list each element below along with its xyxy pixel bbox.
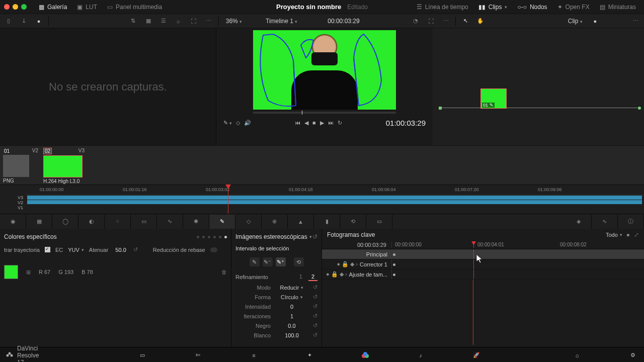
highlight-icon[interactable]: ◈ <box>566 215 592 229</box>
viewer-image[interactable] <box>253 30 396 110</box>
shape-dropdown[interactable]: Círculo ▾ <box>281 294 303 300</box>
timeline-timecode[interactable]: 00:00:03:29 <box>328 18 359 25</box>
node-01[interactable]: 01 ✎ <box>480 88 507 109</box>
intensity-value[interactable]: 0 <box>279 304 304 310</box>
clip-segment[interactable] <box>27 196 642 200</box>
maximize-icon[interactable] <box>21 4 27 10</box>
clip-mode-dropdown[interactable]: Clip ▾ <box>565 18 586 25</box>
prev-frame-button[interactable]: ◀ <box>304 120 308 126</box>
zoom-dropdown[interactable]: 36% ▾ <box>223 18 245 25</box>
overlay-icon[interactable]: ◇ <box>236 120 240 126</box>
stop-button[interactable]: ■ <box>312 120 316 126</box>
clips-tab[interactable]: ▮▮ Clips ▾ <box>474 2 512 13</box>
sizing-icon[interactable]: ▭ <box>366 215 392 229</box>
iterations-value[interactable]: 1 <box>279 313 304 319</box>
dot-icon[interactable]: ● <box>626 231 630 238</box>
kf-current-tc[interactable]: 00:00:03:29 <box>322 242 391 248</box>
dot-icon[interactable]: ● <box>590 16 601 27</box>
viewer-timecode[interactable]: 01:00:03:29 <box>386 119 426 127</box>
clip-item[interactable]: 02 V3 H.264 High L3.0 <box>43 148 85 184</box>
layout-icon[interactable]: ▯ <box>3 16 14 27</box>
colorspace-dropdown[interactable]: YUV ▾ <box>68 247 84 253</box>
loop-button[interactable]: ↻ <box>338 120 342 126</box>
hand-icon[interactable]: ✋ <box>475 16 486 27</box>
lut-tab[interactable]: ▣ LUT <box>73 2 101 13</box>
motion-icon[interactable]: ▭ <box>131 215 157 229</box>
window-icon[interactable]: ◇ <box>235 215 262 229</box>
trash-icon[interactable]: 🗑 <box>221 269 227 275</box>
first-frame-button[interactable]: ⏮ <box>295 120 300 126</box>
picker-icon[interactable]: ✎ ▾ <box>223 120 232 126</box>
media-page-icon[interactable]: ▭ <box>137 352 148 358</box>
last-frame-button[interactable]: ⏭ <box>328 120 334 126</box>
close-icon[interactable] <box>4 4 10 10</box>
scopes-icon[interactable]: ∿ <box>592 215 618 229</box>
qualifier-icon[interactable]: ✎ <box>209 215 235 229</box>
fairlight-page-icon[interactable]: ♪ <box>416 352 426 358</box>
ec-checkbox[interactable] <box>45 247 50 252</box>
timeline-name[interactable]: Timeline 1 ▾ <box>266 18 297 25</box>
sort-icon[interactable]: ⇅ <box>128 16 139 27</box>
node-input[interactable] <box>439 107 442 110</box>
chevron-down-icon[interactable]: ▾ <box>309 234 312 239</box>
reset-icon[interactable]: ↺ <box>313 303 317 310</box>
invert-icon[interactable]: ⟲ <box>294 257 304 266</box>
timeline-ruler[interactable]: 01:00:00:00 01:00:01:16 01:00:03:02 01:0… <box>26 185 644 195</box>
reset-icon[interactable]: ↺ <box>313 284 317 291</box>
more-icon-2[interactable]: ⋯ <box>440 16 451 27</box>
node-output[interactable] <box>638 107 641 110</box>
reset-icon[interactable]: ↺ <box>313 313 317 319</box>
clip-item[interactable]: 01 V2 PNG <box>3 148 38 184</box>
blur-icon[interactable]: ▮ <box>314 215 340 229</box>
white-value[interactable]: 100.0 <box>279 332 304 338</box>
reset-icon[interactable]: ↺ <box>133 246 138 253</box>
mini-timeline[interactable]: 01:00:00:00 01:00:01:16 01:00:03:02 01:0… <box>0 185 644 214</box>
attenuate-value[interactable]: 50.0 <box>113 247 128 253</box>
tracking-icon[interactable]: ⊕ <box>262 215 288 229</box>
audio-icon[interactable]: 🔊 <box>244 120 251 126</box>
minimize-icon[interactable] <box>13 4 18 10</box>
warper-icon[interactable]: ✱ <box>183 215 209 229</box>
wheels-icon[interactable]: ◯ <box>52 215 78 229</box>
grid-icon[interactable]: ▦ <box>143 16 154 27</box>
search-icon[interactable]: ⌕ <box>173 16 184 27</box>
list-icon[interactable]: ☰ <box>158 16 169 27</box>
page-dots[interactable] <box>197 236 227 238</box>
refinement-tabs[interactable]: 1 2 <box>296 273 317 281</box>
timeline-tab[interactable]: ☰ Línea de tiempo <box>413 2 472 13</box>
mode-dropdown[interactable]: Reducir ▾ <box>280 285 304 291</box>
media-tab[interactable]: ▭ Panel multimedia <box>103 2 166 13</box>
reset-icon[interactable]: ↺ <box>313 322 317 329</box>
download-icon[interactable]: ⤓ <box>18 16 29 27</box>
deliver-page-icon[interactable]: 🚀 <box>471 352 481 358</box>
picker-add-icon[interactable]: ✎⁺ <box>276 257 286 266</box>
settings-icon[interactable]: ⚙ <box>627 352 638 358</box>
playhead[interactable] <box>228 185 228 214</box>
more-icon[interactable]: ⋯ <box>203 16 214 27</box>
gallery-tab[interactable]: ▦ Galería <box>35 2 71 13</box>
magic-mask-icon[interactable]: ▲ <box>288 215 314 229</box>
play-button[interactable]: ▶ <box>320 120 324 126</box>
kf-filter-dropdown[interactable]: Todo ▾ <box>606 232 622 238</box>
reset-icon[interactable]: ↺ <box>313 332 317 338</box>
reset-icon[interactable]: ↺ <box>312 233 317 240</box>
cut-page-icon[interactable]: ✄ <box>193 352 204 358</box>
rgb-mixer-icon[interactable]: ⁘ <box>105 215 131 229</box>
thumbnails-tab[interactable]: ▤ Miniaturas <box>596 2 640 13</box>
expand-icon[interactable]: ⛶ <box>188 16 199 27</box>
picker-sub-icon[interactable]: ✎⁻ <box>263 257 273 266</box>
bypass-icon[interactable]: ◔ <box>410 16 421 27</box>
openfx-tab[interactable]: ✦ Open FX <box>553 2 594 13</box>
info-icon[interactable]: ⓘ <box>618 215 644 229</box>
camera-raw-icon[interactable]: ◉ <box>0 215 26 229</box>
add-swatch-icon[interactable]: ⊞ <box>26 269 31 276</box>
pointer-icon[interactable]: ↖ <box>460 16 471 27</box>
expand-icon[interactable]: ⤢ <box>634 231 639 238</box>
nodes-tab[interactable]: ○-○ Nodos <box>513 2 551 13</box>
fusion-page-icon[interactable]: ✦ <box>304 352 315 358</box>
curves-icon[interactable]: ∿ <box>157 215 183 229</box>
black-value[interactable]: 0.0 <box>279 323 304 329</box>
fullscreen-icon[interactable]: ⛶ <box>425 16 436 27</box>
record-icon[interactable]: ● <box>33 16 44 27</box>
reset-icon[interactable]: ↺ <box>313 294 317 300</box>
